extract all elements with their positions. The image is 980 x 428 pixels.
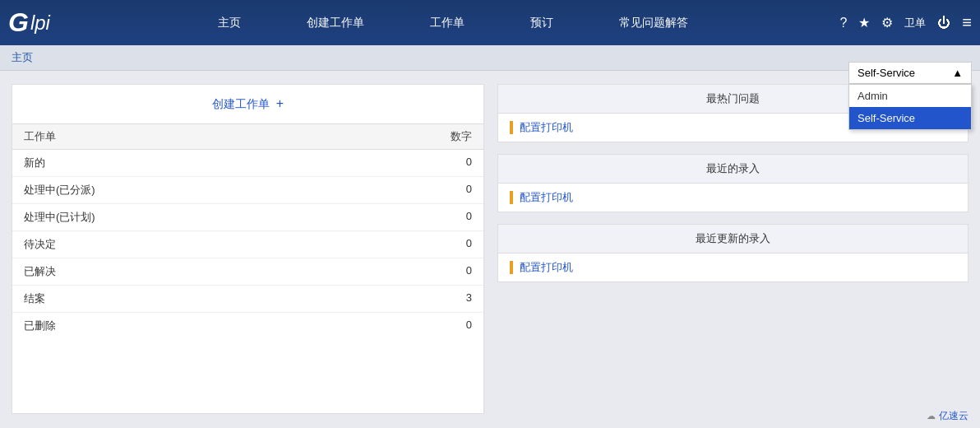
col-ticket-label: 工作单 (24, 129, 423, 144)
table-row: 新的 0 (12, 150, 483, 177)
table-row: 处理中(已分派) 0 (12, 177, 483, 204)
panel-header: 创建工作单 + (12, 85, 483, 123)
ticket-summary-panel: 创建工作单 + 工作单 数字 新的 0 处理中(已分派) 0 处理中(已计划) … (12, 84, 484, 414)
user-label: 卫单 (904, 16, 926, 30)
table-row: 待决定 0 (12, 231, 483, 258)
row-value-2: 0 (423, 210, 472, 225)
row-label-5: 结案 (24, 291, 423, 306)
row-label-4: 已解决 (24, 264, 423, 279)
row-value-5: 3 (423, 291, 472, 306)
row-label-1: 处理中(已分派) (24, 183, 423, 198)
logo-lpi: lpi (30, 12, 50, 35)
table-row: 已删除 0 (12, 313, 483, 339)
dropdown-menu: Admin Self-Service (848, 84, 972, 130)
header-right: ? ★ ⚙ 卫单 ⏻ ≡ (839, 13, 972, 32)
ticket-rows: 新的 0 处理中(已分派) 0 处理中(已计划) 0 待决定 0 已解决 0 结… (12, 150, 483, 339)
dropdown-toggle[interactable]: Self-Service ▲ (848, 62, 972, 84)
help-icon[interactable]: ? (839, 16, 847, 30)
dropdown-current: Self-Service (858, 67, 915, 79)
profile-dropdown[interactable]: Self-Service ▲ Admin Self-Service (848, 62, 972, 130)
logo-g: G (8, 7, 29, 38)
header: G lpi 主页 创建工作单 工作单 预订 常见问题解答 ? ★ ⚙ 卫单 ⏻ … (0, 0, 980, 45)
table-row: 处理中(已计划) 0 (12, 204, 483, 231)
dropdown-caret: ▲ (952, 67, 963, 79)
main-content: 创建工作单 + 工作单 数字 新的 0 处理中(已分派) 0 处理中(已计划) … (0, 71, 980, 427)
row-value-0: 0 (423, 156, 472, 170)
right-panel: 最热门问题 配置打印机 最近的录入 配置打印机 最近更新的录入 配置打印机 (497, 84, 968, 414)
table-row: 已解决 0 (12, 258, 483, 286)
recent-entries-card: 最近的录入 配置打印机 (497, 154, 968, 212)
create-ticket-link[interactable]: 创建工作单 (212, 97, 270, 110)
row-value-6: 0 (423, 319, 472, 333)
star-icon[interactable]: ★ (858, 15, 870, 30)
recent-entries-item-label-0: 配置打印机 (520, 190, 573, 205)
logo: G lpi (8, 7, 50, 38)
cloud-icon: ☁ (927, 411, 936, 421)
row-label-6: 已删除 (24, 319, 423, 333)
nav-create[interactable]: 创建工作单 (307, 16, 364, 30)
breadcrumb: 主页 (0, 45, 980, 71)
power-icon[interactable]: ⏻ (937, 16, 950, 30)
gear-icon[interactable]: ⚙ (881, 15, 893, 30)
footer-brand: 亿速云 (939, 409, 968, 423)
row-value-3: 0 (423, 237, 472, 252)
nav-faq[interactable]: 常见问题解答 (619, 16, 688, 30)
card-bar-icon (510, 191, 513, 204)
recent-entries-item-0[interactable]: 配置打印机 (498, 184, 968, 212)
dropdown-option-admin[interactable]: Admin (849, 85, 971, 107)
row-label-2: 处理中(已计划) (24, 210, 423, 225)
footer: ☁ 亿速云 (927, 409, 968, 423)
row-value-1: 0 (423, 183, 472, 198)
hot-questions-item-label-0: 配置打印机 (520, 120, 573, 135)
table-header: 工作单 数字 (12, 123, 483, 150)
nav-home[interactable]: 主页 (218, 16, 241, 30)
card-bar-icon (510, 261, 513, 274)
breadcrumb-home[interactable]: 主页 (12, 51, 33, 63)
row-value-4: 0 (423, 264, 472, 279)
main-nav: 主页 创建工作单 工作单 预订 常见问题解答 (67, 16, 840, 30)
nav-reservation[interactable]: 预订 (530, 16, 553, 30)
hamburger-icon[interactable]: ≡ (962, 13, 972, 32)
col-number-label: 数字 (423, 129, 472, 144)
recently-updated-item-label-0: 配置打印机 (520, 260, 573, 275)
recent-entries-title: 最近的录入 (498, 155, 968, 184)
recently-updated-title: 最近更新的录入 (498, 225, 968, 254)
dropdown-option-self-service[interactable]: Self-Service (849, 107, 971, 129)
row-label-0: 新的 (24, 156, 423, 170)
table-row: 结案 3 (12, 286, 483, 313)
nav-tickets[interactable]: 工作单 (430, 16, 465, 30)
recently-updated-card: 最近更新的录入 配置打印机 (497, 224, 968, 282)
create-plus-icon[interactable]: + (276, 96, 284, 110)
row-label-3: 待决定 (24, 237, 423, 252)
card-bar-icon (510, 121, 513, 134)
recently-updated-item-0[interactable]: 配置打印机 (498, 254, 968, 281)
